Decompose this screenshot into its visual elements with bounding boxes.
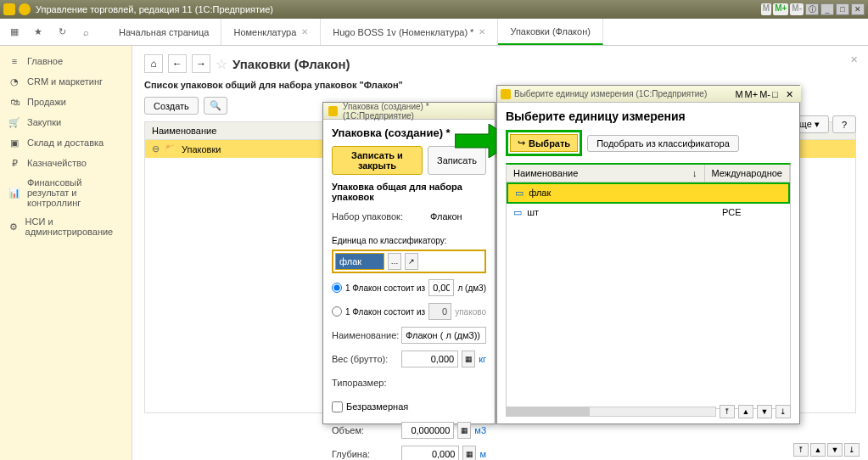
sidebar-item-label: Казначейство: [27, 158, 87, 168]
sidebar-item-nsi[interactable]: ⚙НСИ и администрирование: [0, 212, 132, 241]
star-outline-icon[interactable]: ☆: [216, 56, 227, 72]
tab-hugo[interactable]: Hugo BOSS 1v (Номенклатура) *✕: [321, 19, 498, 45]
search-icon[interactable]: ⌕: [78, 25, 93, 40]
maximize-btn[interactable]: □: [772, 89, 784, 99]
help-button[interactable]: ?: [832, 115, 856, 133]
table-row[interactable]: ▭ шт PCE: [507, 204, 790, 222]
vol-unit[interactable]: м3: [474, 425, 486, 435]
radio-label: 1 Флакон состоит из: [345, 307, 425, 317]
nav-last[interactable]: ⤓: [776, 405, 791, 418]
forward-button[interactable]: →: [192, 54, 210, 73]
set-value: Флакон: [430, 211, 462, 222]
calc-icon[interactable]: ▦: [457, 422, 471, 439]
tab-label: Упаковки (Флакон): [510, 26, 590, 36]
close-icon[interactable]: ✕: [301, 27, 308, 36]
star-icon[interactable]: ★: [31, 25, 46, 40]
dimless-checkbox[interactable]: [332, 401, 343, 412]
create-button[interactable]: Создать: [144, 97, 199, 115]
select-label: Выбрать: [529, 138, 570, 149]
m-plus-btn[interactable]: M+: [745, 89, 759, 99]
close-btn[interactable]: ✕: [786, 89, 798, 99]
sidebar: ≡Главное ◔CRM и маркетинг 🛍Продажи 🛒Заку…: [0, 46, 132, 460]
m-btn[interactable]: M: [761, 3, 771, 15]
sidebar-item-label: Закупки: [27, 117, 61, 127]
page-close-icon[interactable]: ✕: [850, 54, 858, 65]
sidebar-item-sales[interactable]: 🛍Продажи: [0, 92, 132, 112]
set-label: Набор упаковок:: [332, 211, 427, 222]
type-label: Типоразмер:: [332, 378, 398, 388]
m-minus-btn[interactable]: M-: [790, 3, 804, 15]
sidebar-item-warehouse[interactable]: ▣Склад и доставка: [0, 132, 132, 153]
col-intl[interactable]: Международное: [705, 165, 790, 182]
info-icon[interactable]: ⓘ: [805, 3, 819, 15]
nav-first[interactable]: ⤒: [793, 443, 809, 457]
sidebar-item-main[interactable]: ≡Главное: [0, 51, 132, 71]
ruble-icon: ₽: [8, 157, 20, 169]
col-name[interactable]: Наименование ↓: [507, 165, 705, 182]
unit-class-label: Единица по классификатору:: [332, 236, 447, 245]
sidebar-item-finance[interactable]: 📊Финансовый результат и контроллинг: [0, 173, 132, 212]
dialog-title-bar: Выберите единицу измерения (1С:Предприят…: [497, 86, 801, 103]
minimize-btn[interactable]: _: [820, 3, 834, 15]
nav-up[interactable]: ▲: [810, 443, 826, 457]
weight-input[interactable]: [401, 351, 458, 367]
chart-icon: 📊: [8, 187, 20, 199]
app-icon: [328, 106, 338, 116]
m-plus-btn[interactable]: M+: [773, 3, 788, 15]
calc-icon[interactable]: ▦: [462, 446, 476, 460]
save-close-button[interactable]: Записать и закрыть: [332, 146, 423, 175]
depth-unit[interactable]: м: [479, 449, 486, 459]
dialog-title: Упаковка (создание) * (1С:Предприятие): [343, 102, 490, 121]
pick-classifier-button[interactable]: Подобрать из классификатора: [587, 135, 739, 152]
history-icon[interactable]: ↻: [54, 25, 70, 40]
select-button[interactable]: ↪ Выбрать: [510, 134, 578, 152]
h-scrollbar[interactable]: [506, 407, 716, 417]
nav-first[interactable]: ⤒: [720, 405, 735, 418]
calc-icon[interactable]: ▦: [462, 351, 475, 367]
item-icon: ▭: [513, 207, 522, 217]
tab-upakovki[interactable]: Упаковки (Флакон): [498, 19, 602, 45]
radio-consists-2[interactable]: [332, 306, 342, 317]
tab-nomenklatura[interactable]: Номенклатура✕: [221, 19, 321, 45]
search-folder-button[interactable]: 🔍: [204, 97, 227, 115]
back-button[interactable]: ←: [168, 54, 187, 73]
tabs: Начальная страница Номенклатура✕ Hugo BO…: [107, 19, 603, 45]
vol-input[interactable]: [401, 422, 454, 439]
maximize-btn[interactable]: □: [836, 3, 849, 15]
select-button-highlight: ↪ Выбрать: [506, 130, 582, 156]
depth-input[interactable]: [401, 446, 459, 460]
sidebar-item-treasury[interactable]: ₽Казначейство: [0, 153, 132, 173]
radio1-value[interactable]: [428, 279, 454, 296]
unit-table: Наименование ↓ Международное ▭ флак ▭ шт…: [506, 163, 791, 409]
collapse-icon[interactable]: ⊖: [152, 143, 160, 154]
m-minus-btn[interactable]: M-: [759, 89, 770, 99]
sidebar-item-label: Финансовый результат и контроллинг: [27, 177, 123, 208]
m-btn[interactable]: M: [735, 89, 742, 99]
dropdown-icon[interactable]: …: [388, 253, 401, 270]
menu-icon: ≡: [8, 55, 20, 67]
sidebar-item-purchases[interactable]: 🛒Закупки: [0, 112, 132, 132]
nav-last[interactable]: ⤓: [844, 443, 860, 457]
close-icon[interactable]: ✕: [479, 27, 485, 36]
item-icon: ▭: [515, 188, 524, 198]
page-title: Упаковки (Флакон): [232, 57, 350, 71]
sidebar-item-label: НСИ и администрирование: [25, 216, 123, 237]
name-input[interactable]: [401, 327, 486, 344]
dimless-label: Безразмерная: [346, 401, 408, 412]
open-icon[interactable]: ↗: [405, 253, 418, 270]
sidebar-item-label: Главное: [27, 56, 63, 66]
home-button[interactable]: ⌂: [144, 54, 163, 73]
table-row[interactable]: ▭ флак: [507, 182, 790, 204]
close-btn[interactable]: ✕: [851, 3, 865, 15]
nav-down[interactable]: ▼: [757, 405, 772, 418]
tab-start[interactable]: Начальная страница: [107, 19, 221, 45]
sidebar-item-crm[interactable]: ◔CRM и маркетинг: [0, 71, 132, 92]
weight-unit[interactable]: кг: [479, 354, 486, 364]
nav-up[interactable]: ▲: [738, 405, 753, 418]
nav-down[interactable]: ▼: [827, 443, 843, 457]
tab-label: Начальная страница: [119, 27, 209, 37]
radio-consists-1[interactable]: [332, 283, 342, 293]
unit-class-input[interactable]: [335, 253, 384, 270]
apps-icon[interactable]: ▦: [7, 25, 22, 40]
radio2-unit: упаково: [455, 307, 486, 317]
